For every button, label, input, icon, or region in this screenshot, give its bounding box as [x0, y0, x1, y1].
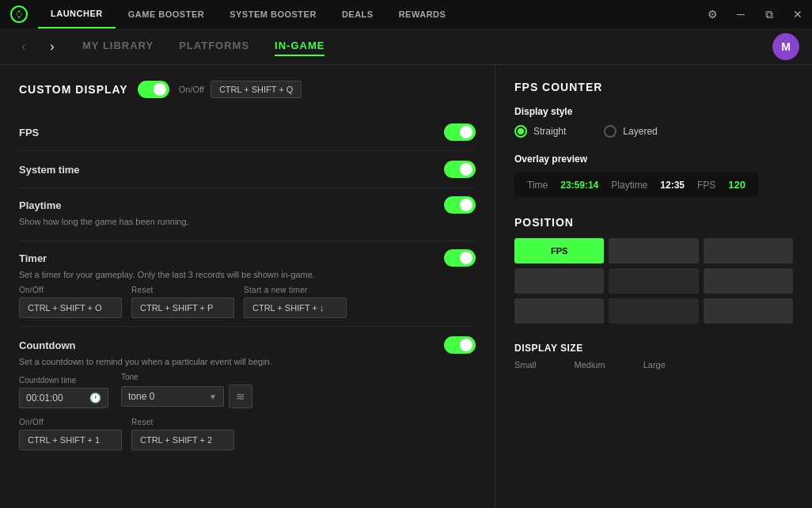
- position-grid: FPS: [514, 238, 793, 324]
- nav-game-booster[interactable]: GAME BOOSTER: [116, 0, 217, 28]
- radio-layered-circle: [604, 125, 617, 138]
- minimize-button[interactable]: ─: [727, 0, 755, 28]
- playtime-label: Playtime: [19, 199, 444, 211]
- sec-nav-library[interactable]: MY LIBRARY: [82, 36, 154, 56]
- overlay-time-label: Time: [527, 180, 548, 191]
- radio-straight[interactable]: Straight: [514, 125, 566, 138]
- playtime-setting-block: Playtime Show how long the game has been…: [19, 188, 476, 241]
- tone-select[interactable]: tone 0 tone 1 tone 2 tone 3: [128, 391, 206, 402]
- pos-cell-top-left[interactable]: FPS: [514, 238, 604, 263]
- close-button[interactable]: ✕: [784, 0, 812, 28]
- app-logo: [0, 0, 38, 28]
- pos-cell-bot-right[interactable]: [704, 298, 793, 324]
- display-size-title: Display size: [514, 343, 793, 354]
- settings-button[interactable]: ⚙: [698, 0, 727, 28]
- fps-toggle[interactable]: [444, 123, 476, 141]
- display-size-options: Small Medium Large: [514, 360, 793, 370]
- tone-group: Tone tone 0 tone 1 tone 2 tone 3 ▼ ≋: [121, 373, 252, 408]
- size-medium[interactable]: Medium: [575, 360, 605, 370]
- radio-layered-label: Layered: [623, 126, 657, 137]
- timer-description: Set a timer for your gameplay. Only the …: [19, 270, 476, 279]
- custom-display-hotkey[interactable]: CTRL + SHIFT + Q: [211, 81, 302, 98]
- timer-label: Timer: [19, 252, 444, 264]
- nav-launcher[interactable]: LAUNCHER: [38, 0, 116, 28]
- pos-cell-mid-center[interactable]: [609, 268, 698, 294]
- sec-nav-ingame[interactable]: IN-GAME: [275, 36, 324, 56]
- timer-start-label: Start a new timer: [244, 286, 347, 294]
- timer-start-hotkey[interactable]: CTRL + SHIFT + ↓: [244, 298, 347, 318]
- overlay-fps-value: 120: [728, 179, 746, 191]
- custom-display-title: CUSTOM DISPLAY: [19, 83, 128, 96]
- tone-play-button[interactable]: ≋: [229, 385, 252, 408]
- system-time-slider: [444, 161, 476, 178]
- pos-cell-mid-left[interactable]: [514, 268, 604, 294]
- timer-hotkeys: On/Off CTRL + SHIFT + O Reset CTRL + SHI…: [19, 286, 476, 318]
- countdown-hotkeys: On/Off CTRL + SHIFT + 1 Reset CTRL + SHI…: [19, 418, 476, 450]
- restore-button[interactable]: ⧉: [755, 0, 784, 28]
- radio-layered[interactable]: Layered: [604, 125, 657, 138]
- fps-label: FPS: [19, 127, 444, 138]
- onoff-label: On/Off: [179, 85, 204, 94]
- user-avatar[interactable]: M: [772, 33, 799, 60]
- nav-rewards[interactable]: REWARDS: [386, 0, 459, 28]
- overlay-preview-box: Time 23:59:14 Playtime 12:35 FPS 120: [514, 172, 758, 197]
- display-style-label: Display style: [514, 106, 793, 117]
- custom-display-toggle[interactable]: [138, 81, 169, 98]
- pos-cell-bot-left[interactable]: [514, 298, 604, 324]
- main-content: CUSTOM DISPLAY On/Off CTRL + SHIFT + Q F…: [0, 65, 812, 508]
- countdown-onoff-hotkey[interactable]: CTRL + SHIFT + 1: [19, 430, 122, 450]
- system-time-setting-row: System time: [19, 151, 476, 188]
- countdown-time-input[interactable]: [26, 392, 89, 404]
- timer-reset-group: Reset CTRL + SHIFT + P: [131, 286, 234, 318]
- pos-cell-mid-right[interactable]: [704, 268, 793, 294]
- overlay-playtime-value: 12:35: [660, 180, 685, 191]
- left-panel: CUSTOM DISPLAY On/Off CTRL + SHIFT + Q F…: [0, 65, 495, 508]
- timer-setting-block: Timer Set a timer for your gameplay. Onl…: [19, 241, 476, 327]
- playtime-toggle[interactable]: [444, 196, 476, 214]
- overlay-playtime-label: Playtime: [611, 180, 647, 191]
- fps-counter-title: FPS COUNTER: [514, 81, 793, 93]
- title-bar-left: LAUNCHER GAME BOOSTER SYSTEM BOOSTER DEA…: [0, 0, 458, 28]
- sec-nav-platforms[interactable]: PLATFORMS: [179, 36, 249, 56]
- tone-select-wrap: tone 0 tone 1 tone 2 tone 3 ▼: [121, 386, 224, 407]
- pos-cell-top-center[interactable]: [609, 238, 698, 263]
- radio-straight-circle: [514, 125, 527, 138]
- tone-label: Tone: [121, 373, 252, 381]
- countdown-reset-group: Reset CTRL + SHIFT + 2: [131, 418, 234, 450]
- countdown-row: Countdown time 🕐 Tone tone 0 tone 1 t: [19, 373, 476, 408]
- title-bar: LAUNCHER GAME BOOSTER SYSTEM BOOSTER DEA…: [0, 0, 812, 28]
- right-panel: FPS COUNTER Display style Straight Layer…: [495, 65, 812, 508]
- countdown-section: Countdown Set a countdown to remind you …: [19, 327, 476, 460]
- countdown-reset-label: Reset: [131, 418, 234, 426]
- countdown-toggle[interactable]: [444, 336, 476, 354]
- timer-toggle[interactable]: [444, 249, 476, 267]
- radio-straight-label: Straight: [533, 126, 566, 137]
- size-large[interactable]: Large: [643, 360, 666, 370]
- tone-row: tone 0 tone 1 tone 2 tone 3 ▼ ≋: [121, 385, 252, 408]
- title-nav: LAUNCHER GAME BOOSTER SYSTEM BOOSTER DEA…: [38, 0, 458, 28]
- countdown-reset-hotkey[interactable]: CTRL + SHIFT + 2: [131, 430, 234, 450]
- timer-onoff-hotkey[interactable]: CTRL + SHIFT + O: [19, 298, 122, 318]
- system-time-toggle[interactable]: [444, 161, 476, 178]
- countdown-header: Countdown: [19, 336, 476, 354]
- display-style-radio-group: Straight Layered: [514, 125, 793, 138]
- nav-system-booster[interactable]: SYSTEM BOOSTER: [217, 0, 329, 28]
- playtime-header: Playtime: [19, 196, 476, 214]
- timer-onoff-group: On/Off CTRL + SHIFT + O: [19, 286, 122, 318]
- playtime-slider: [444, 196, 476, 214]
- countdown-onoff-group: On/Off CTRL + SHIFT + 1: [19, 418, 122, 450]
- svg-point-1: [17, 12, 21, 17]
- timer-header: Timer: [19, 249, 476, 267]
- timer-onoff-label: On/Off: [19, 286, 122, 294]
- system-time-label: System time: [19, 164, 444, 176]
- pos-cell-top-right[interactable]: [704, 238, 793, 263]
- forward-arrow[interactable]: ›: [41, 36, 63, 58]
- secondary-nav: ‹ › MY LIBRARY PLATFORMS IN-GAME M: [0, 28, 812, 65]
- pos-cell-bot-center[interactable]: [609, 298, 698, 324]
- back-arrow[interactable]: ‹: [13, 36, 35, 58]
- size-small[interactable]: Small: [514, 360, 537, 370]
- timer-reset-hotkey[interactable]: CTRL + SHIFT + P: [131, 298, 234, 318]
- clock-icon: 🕐: [89, 392, 101, 404]
- tone-dropdown-arrow: ▼: [209, 392, 217, 401]
- nav-deals[interactable]: DEALS: [329, 0, 386, 28]
